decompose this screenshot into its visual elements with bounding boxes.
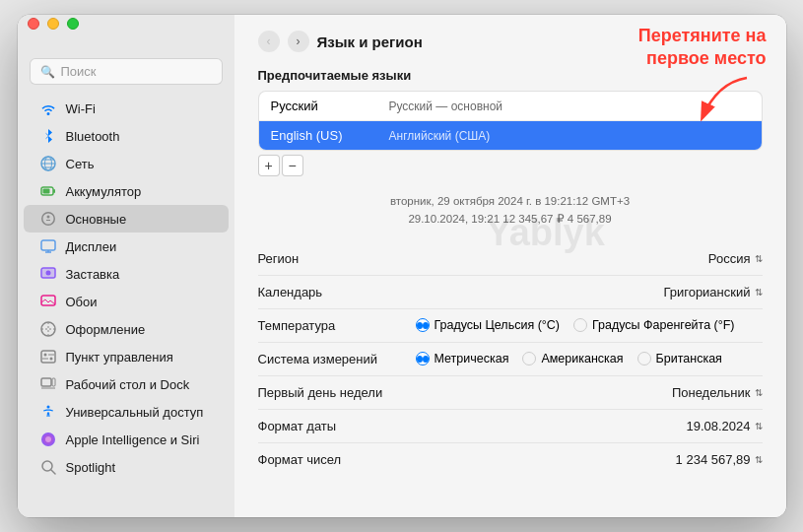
sidebar-label-display: Дисплеи — [66, 239, 117, 254]
temperature-label: Температура — [258, 318, 416, 333]
svg-rect-8 — [41, 240, 55, 250]
measurement-british[interactable]: Британская — [637, 352, 722, 366]
sidebar-label-wallpaper: Обои — [66, 295, 98, 309]
sidebar-label-wifi: Wi-Fi — [66, 101, 96, 116]
display-icon — [39, 237, 57, 255]
settings-row-measurement: Система измерений Метрическая Американск… — [258, 343, 763, 376]
region-value-container: Россия ⇅ — [416, 251, 763, 266]
search-icon: 🔍 — [40, 65, 55, 79]
maximize-button[interactable] — [67, 18, 79, 30]
calendar-dropdown[interactable]: Григорианский ⇅ — [663, 285, 762, 299]
settings-row-region: Регион Россия ⇅ — [258, 242, 763, 276]
sidebar-item-general[interactable]: Основные — [24, 205, 229, 233]
wallpaper-icon — [39, 293, 57, 310]
sidebar-item-network[interactable]: Сеть — [24, 150, 229, 177]
sidebar-label-screensaver: Заставка — [66, 267, 120, 282]
temperature-celsius[interactable]: Градусы Цельсия (°C) — [416, 318, 561, 332]
search-placeholder: Поиск — [61, 64, 97, 79]
date-preview: вторник, 29 октября 2024 г. в 19:21:12 G… — [258, 192, 763, 229]
sidebar-item-display[interactable]: Дисплеи — [24, 233, 229, 260]
british-label: Британская — [656, 352, 722, 366]
measurement-metric[interactable]: Метрическая — [416, 352, 509, 366]
firstday-dropdown[interactable]: Понедельник ⇅ — [672, 385, 763, 400]
temperature-fahrenheit[interactable]: Градусы Фаренгейта (°F) — [573, 318, 735, 332]
sidebar-item-bluetooth[interactable]: Bluetooth — [24, 122, 229, 150]
fahrenheit-label: Градусы Фаренгейта (°F) — [592, 318, 735, 332]
sidebar: 🔍 Поиск Wi-Fi Bluetooth Сеть — [18, 15, 234, 517]
accessibility-icon — [39, 403, 57, 421]
remove-language-button[interactable]: − — [282, 155, 303, 176]
appearance-icon — [39, 320, 57, 338]
spotlight-icon — [39, 458, 57, 476]
sidebar-label-siri: Apple Intelligence и Siri — [66, 432, 200, 447]
measurement-label: Система измерений — [258, 352, 416, 366]
add-language-button[interactable]: + — [258, 155, 280, 176]
svg-rect-7 — [42, 189, 49, 194]
svg-rect-16 — [41, 351, 55, 363]
measurement-american[interactable]: Американская — [522, 352, 623, 366]
firstday-label: Первый день недели — [258, 385, 416, 400]
temperature-radio-group: Градусы Цельсия (°C) Градусы Фаренгейта … — [416, 318, 735, 332]
sidebar-item-wifi[interactable]: Wi-Fi — [24, 95, 229, 122]
british-radio[interactable] — [637, 352, 651, 366]
celsius-radio[interactable] — [416, 318, 430, 332]
svg-point-24 — [46, 406, 49, 409]
lang-name-russian: Русский — [271, 99, 389, 113]
dateformat-value: 19.08.2024 — [686, 419, 750, 433]
sidebar-item-screensaver[interactable]: Заставка — [24, 260, 229, 288]
svg-rect-21 — [41, 378, 51, 386]
annotation: Перетяните на первое место — [638, 25, 767, 122]
metric-label: Метрическая — [435, 352, 509, 366]
dateformat-dropdown[interactable]: 19.08.2024 ⇅ — [686, 419, 762, 433]
celsius-label: Градусы Цельсия (°C) — [435, 318, 561, 332]
sidebar-item-battery[interactable]: Аккумулятор — [24, 177, 229, 205]
sidebar-item-accessibility[interactable]: Универсальный доступ — [24, 398, 229, 426]
numberformat-dropdown[interactable]: 1 234 567,89 ⇅ — [676, 452, 763, 467]
page-title: Язык и регион — [317, 33, 423, 50]
american-radio[interactable] — [522, 352, 536, 366]
svg-rect-6 — [53, 189, 55, 193]
close-button[interactable] — [28, 18, 39, 30]
sidebar-item-wallpaper[interactable]: Обои — [24, 288, 229, 315]
general-icon — [39, 210, 57, 228]
sidebar-item-spotlight[interactable]: Spotlight — [24, 453, 229, 481]
sidebar-item-desktop[interactable]: Рабочий стол и Dock — [24, 370, 229, 398]
sidebar-item-control[interactable]: Пункт управления — [24, 343, 229, 370]
svg-point-17 — [43, 354, 46, 357]
firstday-value: Понедельник — [672, 385, 751, 400]
svg-point-20 — [49, 358, 52, 361]
temperature-options: Градусы Цельсия (°C) Градусы Фаренгейта … — [416, 318, 763, 332]
language-row-english[interactable]: English (US) Английский (США) — [259, 121, 762, 150]
forward-button[interactable]: › — [288, 31, 309, 52]
settings-row-dateformat: Формат даты 19.08.2024 ⇅ — [258, 410, 763, 443]
measurement-options: Метрическая Американская Британская — [416, 352, 763, 366]
svg-line-27 — [51, 470, 55, 474]
network-icon — [39, 155, 57, 172]
fahrenheit-radio[interactable] — [573, 318, 587, 332]
lang-desc-russian: Русский — основной — [389, 100, 503, 113]
desktop-icon — [39, 375, 57, 393]
svg-point-13 — [45, 271, 50, 276]
siri-icon — [39, 431, 57, 448]
back-button[interactable]: ‹ — [258, 31, 280, 52]
lang-name-english: English (US) — [271, 128, 389, 143]
region-dropdown[interactable]: Россия ⇅ — [708, 251, 763, 266]
numberformat-label: Формат чисел — [258, 452, 416, 467]
sidebar-item-appearance[interactable]: Оформление — [24, 315, 229, 343]
sidebar-label-appearance: Оформление — [66, 322, 146, 337]
search-box[interactable]: 🔍 Поиск — [30, 58, 223, 85]
dateformat-label: Формат даты — [258, 419, 416, 433]
annotation-text: Перетяните на первое место — [638, 25, 767, 69]
screensaver-icon — [39, 265, 57, 283]
settings-row-temperature: Температура Градусы Цельсия (°C) Градусы… — [258, 309, 763, 343]
lang-controls: + − — [258, 155, 763, 176]
sidebar-label-desktop: Рабочий стол и Dock — [66, 377, 190, 392]
measurement-radio-group: Метрическая Американская Британская — [416, 352, 722, 366]
sidebar-label-accessibility: Универсальный доступ — [66, 405, 204, 420]
annotation-arrow — [688, 73, 767, 122]
firstday-arrows: ⇅ — [755, 387, 763, 398]
metric-radio[interactable] — [416, 352, 430, 366]
sidebar-item-siri[interactable]: Apple Intelligence и Siri — [24, 426, 229, 453]
region-label: Регион — [258, 251, 416, 266]
minimize-button[interactable] — [47, 18, 59, 30]
